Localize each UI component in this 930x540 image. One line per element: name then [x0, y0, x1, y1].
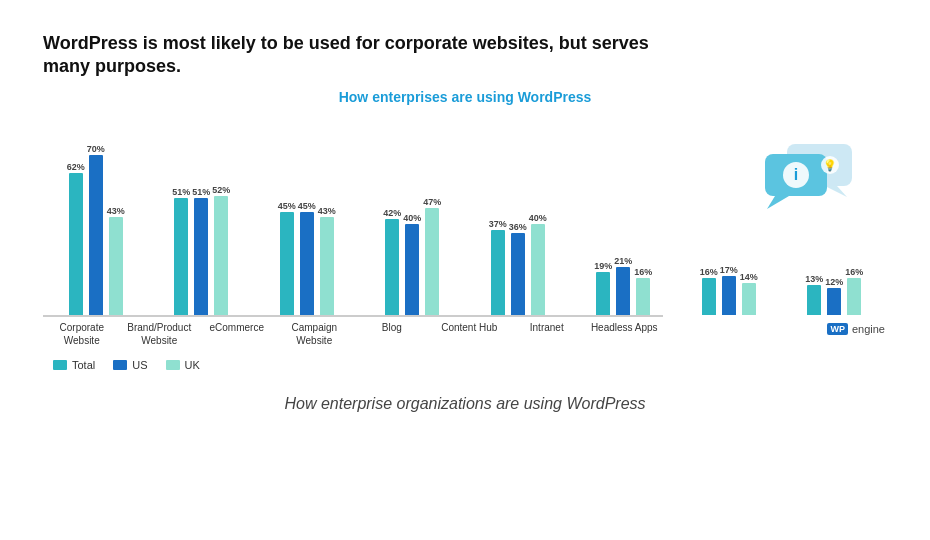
svg-marker-3: [767, 196, 789, 209]
bar-wrap-us: 21%: [614, 256, 632, 315]
legend-us-label: US: [132, 359, 147, 371]
bar-us: [194, 198, 208, 315]
bar-uk: [425, 208, 439, 315]
group-label: Content Hub: [431, 321, 509, 347]
chart-legend: Total US UK: [53, 359, 887, 371]
bar-wrap-uk: 16%: [845, 267, 863, 315]
bar-value-label: 40%: [529, 213, 547, 223]
footer-caption: How enterprise organizations are using W…: [284, 395, 645, 413]
legend-box-uk: [166, 360, 180, 370]
bar-wrap-total: 37%: [489, 219, 507, 315]
svg-text:i: i: [794, 166, 798, 183]
bar-us: [89, 155, 103, 315]
bar-value-label: 43%: [318, 206, 336, 216]
bar-uk: [847, 278, 861, 315]
legend-uk-label: UK: [185, 359, 200, 371]
bar-us: [827, 288, 841, 315]
bar-group: 51%51%52%: [149, 185, 255, 315]
bar-value-label: 51%: [172, 187, 190, 197]
bar-total: [280, 212, 294, 315]
bars: 37%36%40%: [489, 213, 547, 315]
bar-group: 16%17%14%: [676, 265, 782, 315]
bars: 51%51%52%: [172, 185, 230, 315]
bars: 16%17%14%: [700, 265, 758, 315]
legend-box-total: [53, 360, 67, 370]
legend-uk: UK: [166, 359, 200, 371]
bar-total: [385, 219, 399, 315]
legend-us: US: [113, 359, 147, 371]
bars: 13%12%16%: [805, 267, 863, 315]
bar-wrap-total: 45%: [278, 201, 296, 315]
bar-wrap-total: 42%: [383, 208, 401, 315]
bar-value-label: 45%: [298, 201, 316, 211]
bar-uk: [214, 196, 228, 315]
legend-box-us: [113, 360, 127, 370]
bar-total: [596, 272, 610, 315]
bar-value-label: 16%: [845, 267, 863, 277]
bar-group: 37%36%40%: [465, 213, 571, 315]
group-label: Campaign Website: [276, 321, 354, 347]
bar-value-label: 16%: [700, 267, 718, 277]
bar-us: [300, 212, 314, 315]
svg-text:💡: 💡: [823, 158, 837, 172]
svg-marker-1: [825, 186, 847, 197]
bar-value-label: 40%: [403, 213, 421, 223]
bar-group: 42%40%47%: [360, 197, 466, 315]
bar-group: 19%21%16%: [571, 256, 677, 315]
wpengine-text: engine: [852, 323, 885, 335]
bar-uk: [742, 283, 756, 315]
bar-value-label: 43%: [107, 206, 125, 216]
bar-us: [511, 233, 525, 315]
bar-wrap-us: 45%: [298, 201, 316, 315]
bar-value-label: 21%: [614, 256, 632, 266]
chart-title: How enterprises are using WordPress: [43, 89, 887, 105]
group-label: Blog: [353, 321, 431, 347]
bar-wrap-total: 62%: [67, 162, 85, 315]
bar-wrap-uk: 43%: [107, 206, 125, 315]
bar-value-label: 36%: [509, 222, 527, 232]
bar-us: [616, 267, 630, 315]
bar-wrap-total: 13%: [805, 274, 823, 315]
bar-value-label: 47%: [423, 197, 441, 207]
group-label: eCommerce: [198, 321, 276, 347]
bar-value-label: 45%: [278, 201, 296, 211]
bar-us: [405, 224, 419, 315]
group-label: Headless Apps: [586, 321, 664, 347]
bar-group: 13%12%16%: [782, 267, 888, 315]
bar-value-label: 14%: [740, 272, 758, 282]
bar-wrap-us: 36%: [509, 222, 527, 315]
group-labels: Corporate WebsiteBrand/Product WebsiteeC…: [43, 321, 663, 347]
bar-value-label: 37%: [489, 219, 507, 229]
bar-uk: [320, 217, 334, 315]
main-card: WordPress is most likely to be used for …: [15, 10, 915, 385]
bar-wrap-uk: 16%: [634, 267, 652, 315]
bars: 45%45%43%: [278, 201, 336, 315]
bar-wrap-uk: 40%: [529, 213, 547, 315]
bar-value-label: 12%: [825, 277, 843, 287]
bar-total: [702, 278, 716, 315]
bar-wrap-total: 19%: [594, 261, 612, 315]
bar-wrap-us: 40%: [403, 213, 421, 315]
bar-wrap-us: 17%: [720, 265, 738, 315]
bar-wrap-us: 70%: [87, 144, 105, 315]
bar-wrap-uk: 52%: [212, 185, 230, 315]
bar-wrap-uk: 43%: [318, 206, 336, 315]
bar-wrap-total: 16%: [700, 267, 718, 315]
legend-total: Total: [53, 359, 95, 371]
bar-total: [69, 173, 83, 315]
bar-wrap-uk: 14%: [740, 272, 758, 315]
bar-uk: [531, 224, 545, 315]
chart-section: How enterprises are using WordPress 62%7…: [43, 89, 887, 371]
group-label: Corporate Website: [43, 321, 121, 347]
group-label: Brand/Product Website: [121, 321, 199, 347]
bar-value-label: 62%: [67, 162, 85, 172]
bar-value-label: 17%: [720, 265, 738, 275]
info-icon-area: i 💡: [757, 139, 867, 229]
wpengine-logo: WP engine: [827, 323, 885, 335]
chart-baseline: [43, 315, 663, 317]
bars: 42%40%47%: [383, 197, 441, 315]
wp-icon: WP: [827, 323, 848, 335]
legend-total-label: Total: [72, 359, 95, 371]
bar-wrap-us: 12%: [825, 277, 843, 315]
page-title: WordPress is most likely to be used for …: [43, 32, 693, 79]
